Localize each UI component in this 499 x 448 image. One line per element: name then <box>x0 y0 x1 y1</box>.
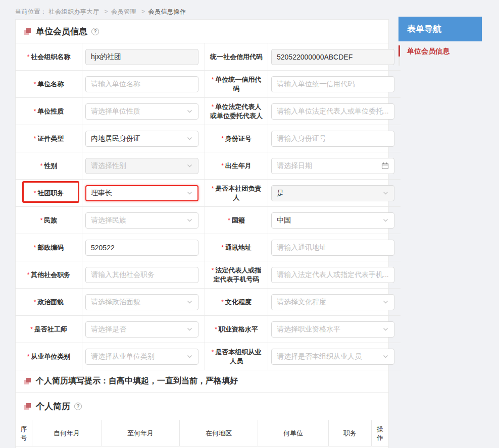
association-position-select[interactable]: 理事长 <box>85 185 198 201</box>
id-number-label: *身份证号 <box>205 125 268 152</box>
mailing-address-label-text: 通讯地址 <box>225 244 252 251</box>
credit-code-input: 520522000000ABCDEF <box>271 49 394 65</box>
nationality-field-cell: 中国 <box>268 207 401 234</box>
is-social-worker-select[interactable]: 请选择是否 <box>85 321 198 338</box>
org-name-input: hjx的社团 <box>85 49 198 65</box>
help-icon[interactable]: ? <box>74 403 82 410</box>
credit-code-value: 520522000000ABCDEF <box>277 53 389 61</box>
legal-rep-name-input[interactable]: 请输入单位法定代表人或单位委托... <box>271 103 394 120</box>
required-asterisk: * <box>221 135 224 142</box>
legal-rep-name-label: *单位法定代表人或单位委托代表人 <box>205 98 268 125</box>
gender-label-text: 性别 <box>44 162 57 170</box>
nav-item-member-info[interactable]: 单位会员信息 <box>398 45 450 57</box>
mailing-address-field-cell: 请输入通讯地址 <box>268 234 401 261</box>
chevron-down-icon <box>186 108 193 115</box>
association-position-label: *社团职务 <box>16 180 82 207</box>
id-type-label-text: 证件类型 <box>37 135 64 142</box>
birth-date-label-text: 出生年月 <box>225 162 252 170</box>
form-navigation-title: 表单导航 <box>407 23 441 35</box>
other-social-positions-input[interactable]: 请输入其他社会职务 <box>85 267 198 283</box>
resume-column-header-0: 序号 <box>16 420 32 446</box>
help-icon[interactable]: ? <box>91 28 99 35</box>
required-asterisk: * <box>215 326 217 333</box>
breadcrumb-link-hall[interactable]: 社会组织办事大厅 <box>49 8 99 15</box>
political-status-label: *政治面貌 <box>16 289 82 316</box>
mailing-address-input[interactable]: 请输入通讯地址 <box>271 240 394 256</box>
birth-date-date-input[interactable]: 请选择日期 <box>271 158 394 174</box>
resume-column-header-4: 何单位 <box>258 420 329 446</box>
required-asterisk: * <box>30 326 33 333</box>
member-info-card: 单位会员信息 ? *社会组织名称hjx的社团统一社会信用代码5205220000… <box>15 19 389 448</box>
education-level-field-cell: 请选择文化程度 <box>268 289 401 316</box>
unit-credit-code-field-cell: 请输入单位统一信用代码 <box>268 71 401 98</box>
ethnicity-select[interactable]: 请选择民族 <box>85 212 198 229</box>
required-asterisk: * <box>27 353 30 360</box>
nationality-value: 中国 <box>277 216 379 225</box>
nationality-label-text: 国籍 <box>232 216 245 224</box>
employer-category-placeholder: 请选择从业单位类别 <box>91 352 183 361</box>
association-position-label-text: 社团职务 <box>37 189 64 197</box>
unit-name-input[interactable]: 请输入单位名称 <box>85 76 198 92</box>
nationality-label: *国籍 <box>205 207 268 234</box>
other-social-positions-label-text: 其他社会职务 <box>31 271 70 278</box>
is-association-leader-label: *是否本社团负责人 <box>205 180 268 207</box>
is-org-employee-field-cell: 请选择是否本组织从业人员 <box>268 343 401 370</box>
unit-nature-field-cell: 请选择单位性质 <box>82 98 205 125</box>
id-number-input[interactable]: 请输入身份证号 <box>271 131 394 147</box>
unit-name-placeholder: 请输入单位名称 <box>91 80 193 89</box>
unit-credit-code-label-text: 单位统一信用代码 <box>215 76 261 92</box>
member-form-grid: *社会组织名称hjx的社团统一社会信用代码520522000000ABCDEF*… <box>16 43 388 370</box>
required-asterisk: * <box>34 244 36 251</box>
breadcrumb-link-member-management[interactable]: 会员管理 <box>111 8 136 15</box>
form-navigation-list: 单位会员信息 <box>398 45 482 57</box>
breadcrumb-current-page: 会员信息操作 <box>148 8 186 15</box>
employer-category-select[interactable]: 请选择从业单位类别 <box>85 349 198 365</box>
education-level-select[interactable]: 请选择文化程度 <box>271 294 394 310</box>
required-asterisk: * <box>221 299 224 306</box>
unit-credit-code-placeholder: 请输入单位统一信用代码 <box>277 80 389 89</box>
unit-credit-code-label: *单位统一信用代码 <box>205 71 268 98</box>
is-org-employee-select[interactable]: 请选择是否本组织从业人员 <box>271 349 394 365</box>
chevron-down-icon <box>382 353 389 360</box>
political-status-select[interactable]: 请选择政治面貌 <box>85 294 198 310</box>
credit-code-label-text: 统一社会信用代码 <box>210 53 263 61</box>
unit-credit-code-input[interactable]: 请输入单位统一信用代码 <box>271 76 394 92</box>
section-title-member-info: 单位会员信息 <box>36 26 87 37</box>
resume-table-header-row: 序号自何年月至何年月在何地区何单位职务操作 <box>16 420 388 446</box>
professional-qualification-field-cell: 请选择职业资格水平 <box>268 316 401 343</box>
required-asterisk: * <box>34 81 36 88</box>
unit-nature-select[interactable]: 请选择单位性质 <box>85 103 198 120</box>
legal-rep-phone-input[interactable]: 请输入法定代表人或指定代表手机... <box>271 267 394 283</box>
postal-code-input[interactable]: 520522 <box>85 240 198 256</box>
gender-field-cell: 请选择性别 <box>82 152 205 180</box>
required-asterisk: * <box>27 271 30 278</box>
org-name-field-cell: hjx的社团 <box>82 43 205 71</box>
section-square-icon <box>24 28 31 35</box>
professional-qualification-label: *职业资格水平 <box>205 316 268 343</box>
is-association-leader-field-cell: 是 <box>268 180 401 207</box>
other-social-positions-label: *其他社会职务 <box>16 261 82 289</box>
resume-column-header-5: 职务 <box>329 420 372 446</box>
education-level-label: *文化程度 <box>205 289 268 316</box>
credit-code-label: 统一社会信用代码 <box>205 43 268 71</box>
id-type-select[interactable]: 内地居民身份证 <box>85 131 198 147</box>
unit-nature-placeholder: 请选择单位性质 <box>91 107 183 116</box>
is-association-leader-label-text: 是否本社团负责人 <box>215 185 261 201</box>
mailing-address-placeholder: 请输入通讯地址 <box>277 243 389 252</box>
section-square-icon <box>24 378 31 384</box>
id-type-value: 内地居民身份证 <box>91 134 183 143</box>
chevron-down-icon <box>382 326 389 332</box>
postal-code-field-cell: 520522 <box>82 234 205 261</box>
required-asterisk: * <box>34 299 36 306</box>
professional-qualification-select[interactable]: 请选择职业资格水平 <box>271 321 394 338</box>
is-org-employee-label-text: 是否本组织从业人员 <box>215 348 261 365</box>
required-asterisk: * <box>34 135 36 142</box>
is-org-employee-label: *是否本组织从业人员 <box>205 343 268 370</box>
resume-column-header-1: 自何年月 <box>32 420 102 446</box>
legal-rep-phone-field-cell: 请输入法定代表人或指定代表手机... <box>268 261 401 289</box>
nationality-select[interactable]: 中国 <box>271 212 394 229</box>
required-asterisk: * <box>27 53 30 61</box>
unit-name-field-cell: 请输入单位名称 <box>82 71 205 98</box>
postal-code-value: 520522 <box>91 244 193 252</box>
other-social-positions-placeholder: 请输入其他社会职务 <box>91 270 193 279</box>
